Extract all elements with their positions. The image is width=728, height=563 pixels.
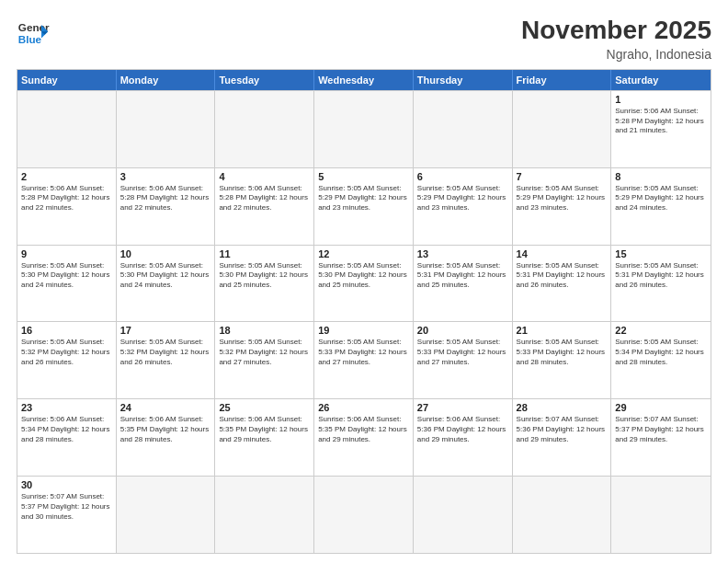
day-info: Sunrise: 5:06 AM Sunset: 5:35 PM Dayligh…: [120, 415, 211, 444]
day-info: Sunrise: 5:05 AM Sunset: 5:31 PM Dayligh…: [615, 261, 707, 291]
cal-cell: 8Sunrise: 5:05 AM Sunset: 5:29 PM Daylig…: [611, 168, 711, 245]
cal-header-sunday: Sunday: [17, 70, 117, 90]
day-number: 17: [120, 325, 211, 336]
day-number: 4: [219, 171, 310, 182]
cal-cell: 24Sunrise: 5:06 AM Sunset: 5:35 PM Dayli…: [117, 399, 216, 476]
day-number: 23: [21, 402, 112, 413]
day-info: Sunrise: 5:05 AM Sunset: 5:33 PM Dayligh…: [318, 338, 409, 367]
cal-week-5: 30Sunrise: 5:07 AM Sunset: 5:37 PM Dayli…: [17, 476, 711, 553]
cal-cell: 9Sunrise: 5:05 AM Sunset: 5:30 PM Daylig…: [17, 246, 117, 322]
day-info: Sunrise: 5:07 AM Sunset: 5:37 PM Dayligh…: [615, 415, 707, 444]
day-info: Sunrise: 5:06 AM Sunset: 5:28 PM Dayligh…: [120, 184, 211, 213]
logo: General Blue: [17, 17, 50, 50]
svg-text:Blue: Blue: [18, 33, 42, 45]
day-number: 26: [318, 402, 409, 413]
day-number: 24: [120, 402, 211, 413]
cal-cell: 22Sunrise: 5:05 AM Sunset: 5:34 PM Dayli…: [611, 322, 711, 398]
day-number: 15: [615, 248, 707, 259]
cal-cell: 6Sunrise: 5:05 AM Sunset: 5:29 PM Daylig…: [414, 168, 513, 245]
day-info: Sunrise: 5:05 AM Sunset: 5:30 PM Dayligh…: [318, 261, 409, 291]
day-number: 14: [517, 248, 608, 259]
day-info: Sunrise: 5:05 AM Sunset: 5:29 PM Dayligh…: [318, 184, 409, 213]
cal-cell: [117, 477, 216, 553]
day-number: 18: [219, 325, 310, 336]
cal-cell: 13Sunrise: 5:05 AM Sunset: 5:31 PM Dayli…: [414, 246, 513, 322]
day-number: 3: [120, 171, 211, 182]
day-info: Sunrise: 5:05 AM Sunset: 5:32 PM Dayligh…: [21, 338, 112, 367]
day-number: 7: [517, 171, 608, 182]
day-info: Sunrise: 5:06 AM Sunset: 5:28 PM Dayligh…: [21, 184, 112, 213]
cal-header-monday: Monday: [117, 70, 216, 90]
cal-cell: 14Sunrise: 5:05 AM Sunset: 5:31 PM Dayli…: [513, 246, 612, 322]
cal-header-wednesday: Wednesday: [314, 70, 414, 90]
calendar-subtitle: Ngraho, Indonesia: [521, 47, 711, 62]
day-number: 27: [417, 402, 508, 413]
cal-cell: 28Sunrise: 5:07 AM Sunset: 5:36 PM Dayli…: [513, 399, 612, 476]
day-number: 11: [219, 248, 310, 259]
day-number: 9: [21, 248, 112, 259]
calendar: SundayMondayTuesdayWednesdayThursdayFrid…: [17, 69, 711, 554]
cal-cell: [513, 477, 612, 553]
cal-header-tuesday: Tuesday: [215, 70, 314, 90]
day-info: Sunrise: 5:05 AM Sunset: 5:34 PM Dayligh…: [615, 338, 707, 367]
day-number: 19: [318, 325, 409, 336]
header: General Blue November 2025 Ngraho, Indon…: [17, 17, 711, 62]
day-info: Sunrise: 5:05 AM Sunset: 5:30 PM Dayligh…: [21, 261, 112, 291]
day-info: Sunrise: 5:07 AM Sunset: 5:37 PM Dayligh…: [21, 492, 112, 522]
day-info: Sunrise: 5:05 AM Sunset: 5:30 PM Dayligh…: [219, 261, 310, 291]
cal-cell: 17Sunrise: 5:05 AM Sunset: 5:32 PM Dayli…: [117, 322, 216, 398]
day-number: 22: [615, 325, 707, 336]
cal-cell: 10Sunrise: 5:05 AM Sunset: 5:30 PM Dayli…: [117, 246, 216, 322]
cal-cell: 12Sunrise: 5:05 AM Sunset: 5:30 PM Dayli…: [314, 246, 414, 322]
cal-cell: [215, 91, 314, 167]
title-block: November 2025 Ngraho, Indonesia: [521, 17, 711, 62]
day-info: Sunrise: 5:05 AM Sunset: 5:30 PM Dayligh…: [120, 261, 211, 291]
cal-header-thursday: Thursday: [414, 70, 513, 90]
cal-cell: 2Sunrise: 5:06 AM Sunset: 5:28 PM Daylig…: [17, 168, 117, 245]
cal-week-1: 2Sunrise: 5:06 AM Sunset: 5:28 PM Daylig…: [17, 167, 711, 245]
day-number: 8: [615, 171, 707, 182]
cal-cell: 7Sunrise: 5:05 AM Sunset: 5:29 PM Daylig…: [513, 168, 612, 245]
cal-cell: 30Sunrise: 5:07 AM Sunset: 5:37 PM Dayli…: [17, 477, 117, 553]
cal-cell: [414, 91, 513, 167]
cal-cell: 20Sunrise: 5:05 AM Sunset: 5:33 PM Dayli…: [414, 322, 513, 398]
day-info: Sunrise: 5:07 AM Sunset: 5:36 PM Dayligh…: [517, 415, 608, 444]
day-info: Sunrise: 5:05 AM Sunset: 5:33 PM Dayligh…: [517, 338, 608, 367]
cal-cell: 27Sunrise: 5:06 AM Sunset: 5:36 PM Dayli…: [414, 399, 513, 476]
cal-cell: 1Sunrise: 5:06 AM Sunset: 5:28 PM Daylig…: [611, 91, 711, 167]
cal-cell: 26Sunrise: 5:06 AM Sunset: 5:35 PM Dayli…: [314, 399, 414, 476]
page: General Blue November 2025 Ngraho, Indon…: [0, 0, 728, 563]
cal-cell: [513, 91, 612, 167]
cal-cell: 16Sunrise: 5:05 AM Sunset: 5:32 PM Dayli…: [17, 322, 117, 398]
day-number: 16: [21, 325, 112, 336]
day-info: Sunrise: 5:05 AM Sunset: 5:31 PM Dayligh…: [517, 261, 608, 291]
cal-week-2: 9Sunrise: 5:05 AM Sunset: 5:30 PM Daylig…: [17, 245, 711, 322]
cal-cell: [611, 477, 711, 553]
day-info: Sunrise: 5:06 AM Sunset: 5:35 PM Dayligh…: [219, 415, 310, 444]
cal-header-saturday: Saturday: [611, 70, 711, 90]
cal-cell: 18Sunrise: 5:05 AM Sunset: 5:32 PM Dayli…: [215, 322, 314, 398]
cal-cell: 25Sunrise: 5:06 AM Sunset: 5:35 PM Dayli…: [215, 399, 314, 476]
calendar-title: November 2025: [521, 17, 711, 45]
day-number: 30: [21, 479, 112, 490]
day-number: 2: [21, 171, 112, 182]
cal-cell: 29Sunrise: 5:07 AM Sunset: 5:37 PM Dayli…: [611, 399, 711, 476]
day-number: 10: [120, 248, 211, 259]
day-info: Sunrise: 5:05 AM Sunset: 5:29 PM Dayligh…: [417, 184, 508, 213]
cal-cell: [215, 477, 314, 553]
cal-cell: [314, 91, 414, 167]
day-number: 29: [615, 402, 707, 413]
day-info: Sunrise: 5:05 AM Sunset: 5:32 PM Dayligh…: [120, 338, 211, 367]
cal-cell: 19Sunrise: 5:05 AM Sunset: 5:33 PM Dayli…: [314, 322, 414, 398]
day-info: Sunrise: 5:05 AM Sunset: 5:29 PM Dayligh…: [517, 184, 608, 213]
cal-cell: [17, 91, 117, 167]
day-number: 6: [417, 171, 508, 182]
cal-week-3: 16Sunrise: 5:05 AM Sunset: 5:32 PM Dayli…: [17, 321, 711, 398]
day-number: 20: [417, 325, 508, 336]
cal-cell: [414, 477, 513, 553]
logo-icon: General Blue: [17, 17, 50, 50]
day-info: Sunrise: 5:05 AM Sunset: 5:33 PM Dayligh…: [417, 338, 508, 367]
cal-header-friday: Friday: [513, 70, 612, 90]
cal-cell: 3Sunrise: 5:06 AM Sunset: 5:28 PM Daylig…: [117, 168, 216, 245]
day-info: Sunrise: 5:05 AM Sunset: 5:29 PM Dayligh…: [615, 184, 707, 213]
